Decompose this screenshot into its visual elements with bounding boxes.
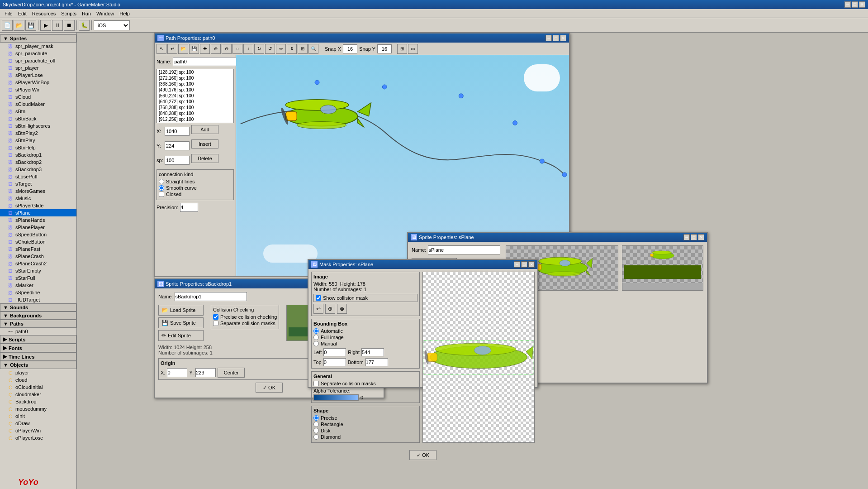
center-btn[interactable]: Center <box>218 368 245 378</box>
path-tool-delete[interactable]: ⊖ <box>222 44 232 54</box>
mask-ok-btn[interactable]: ✓ OK <box>409 450 436 460</box>
tree-spr-parachute-off[interactable]: 🖼spr_parachute_off <box>0 57 76 64</box>
tree-sChuteButton[interactable]: 🖼sChuteButton <box>0 238 76 245</box>
point-5[interactable]: [640,272] sp: 100 <box>157 99 233 105</box>
section-backgrounds[interactable]: ▼Backgrounds <box>0 312 76 320</box>
separate-masks-check[interactable] <box>313 381 319 386</box>
path-tool-flip-v[interactable]: ↕ <box>243 44 253 54</box>
tree-sPlayerLose[interactable]: 🖼sPlayerLose <box>0 72 76 79</box>
tree-sPlaneCrash[interactable]: 🖼sPlaneCrash <box>0 253 76 260</box>
tree-player[interactable]: ⬡player <box>0 369 76 376</box>
path-tool-save[interactable]: 💾 <box>189 44 199 54</box>
alpha-slider[interactable] <box>313 394 359 401</box>
shape-precise-radio[interactable] <box>313 415 319 421</box>
show-mask-check[interactable] <box>316 295 321 301</box>
separate-check[interactable] <box>213 321 218 326</box>
path-tool-scale-h[interactable]: ⇔ <box>276 44 286 54</box>
tree-Backdrop[interactable]: ⬡Backdrop <box>0 398 76 405</box>
path-titlebar[interactable]: 〰 Path Properties: path0 ─ □ ✕ <box>155 34 569 43</box>
toolbar-stop[interactable]: ⏹ <box>64 20 75 31</box>
tree-cloudmaker[interactable]: ⬡cloudmaker <box>0 391 76 398</box>
mask-tool-1[interactable]: ↩ <box>313 304 323 314</box>
closed-checkbox[interactable] <box>159 192 164 197</box>
tree-sCloudMaker[interactable]: 🖼sCloudMaker <box>0 101 76 108</box>
tree-sPlayerWin[interactable]: 🖼sPlayerWin <box>0 86 76 93</box>
path-tool-rot-cw[interactable]: ↻ <box>254 44 264 54</box>
path-tool-arrow[interactable]: ↩ <box>167 44 177 54</box>
toolbar-play[interactable]: ▶ <box>40 20 51 31</box>
tree-sMusic[interactable]: 🖼sMusic <box>0 195 76 202</box>
sprite-plane-titlebar[interactable]: 🖼 Sprite Properties: sPlane ─ □ ✕ <box>408 233 707 242</box>
toolbar-new[interactable]: 📄 <box>2 20 13 31</box>
scrollbar-bottom[interactable] <box>622 283 703 290</box>
tree-sBtnHighscores[interactable]: 🖼sBtnHighscores <box>0 122 76 129</box>
tree-sPlaneFast[interactable]: 🖼sPlaneFast <box>0 245 76 253</box>
tree-sBtnHelp[interactable]: 🖼sBtnHelp <box>0 144 76 151</box>
tree-sStarFull[interactable]: 🖼sStarFull <box>0 274 76 282</box>
path-minimize[interactable]: ─ <box>545 35 552 41</box>
add-point-btn[interactable]: Add <box>191 125 218 134</box>
path-tool-rot-ccw[interactable]: ↺ <box>265 44 275 54</box>
tree-sStarEmpty[interactable]: 🖼sStarEmpty <box>0 267 76 274</box>
edit-sprite-btn[interactable]: ✏ Edit Sprite <box>158 330 204 341</box>
tree-oInit[interactable]: ⬡oInit <box>0 412 76 420</box>
tree-HUDTarget[interactable]: 🖼HUDTarget <box>0 296 76 303</box>
tree-sBtnBack[interactable]: 🖼sBtnBack <box>0 115 76 122</box>
point-6[interactable]: [768,288] sp: 100 <box>157 105 233 110</box>
path-close[interactable]: ✕ <box>560 35 566 41</box>
point-0[interactable]: [128,192] sp: 100 <box>157 69 233 75</box>
tree-sPlaneHands[interactable]: 🖼sPlaneHands <box>0 216 76 224</box>
point-2[interactable]: [368,160] sp: 100 <box>157 81 233 87</box>
tree-sMoreGames[interactable]: 🖼sMoreGames <box>0 187 76 195</box>
tree-spr-player[interactable]: 🖼spr_player <box>0 64 76 72</box>
tree-sSpeedButton[interactable]: 🖼sSpeedButton <box>0 231 76 238</box>
tree-sBackdrop1[interactable]: 🖼sBackdrop1 <box>0 151 76 158</box>
mask-minimize[interactable]: ─ <box>514 261 520 268</box>
menu-scripts[interactable]: Scripts <box>58 10 79 17</box>
origin-y-input[interactable] <box>195 368 216 377</box>
sprite-backdrop-name-input[interactable] <box>175 292 247 301</box>
bbox-left-input[interactable] <box>323 348 346 356</box>
menu-run[interactable]: Run <box>79 10 94 17</box>
path-tool-view[interactable]: 🔍 <box>308 44 318 54</box>
tree-oDraw[interactable]: ⬡oDraw <box>0 420 76 427</box>
section-fonts[interactable]: ▶Fonts <box>0 344 76 352</box>
snap-x-input[interactable] <box>343 44 357 53</box>
load-sprite-btn[interactable]: 📂 Load Sprite <box>158 305 204 316</box>
section-paths[interactable]: ▼Paths <box>0 320 76 328</box>
path-maximize[interactable]: □ <box>553 35 559 41</box>
bbox-right-input[interactable] <box>361 348 384 356</box>
mask-tool-3[interactable]: ⊗ <box>337 304 347 314</box>
tree-sSpeedline[interactable]: 🖼sSpeedline <box>0 289 76 296</box>
point-3[interactable]: [490,176] sp: 100 <box>157 87 233 93</box>
section-objects[interactable]: ▼Objects <box>0 361 76 369</box>
shape-rectangle-radio[interactable] <box>313 422 319 427</box>
menu-file[interactable]: File <box>2 10 15 17</box>
path-name-input[interactable] <box>173 57 238 66</box>
bbox-top-input[interactable] <box>323 358 346 366</box>
sp-input[interactable] <box>165 156 190 165</box>
section-sprites[interactable]: ▼Sprites <box>0 34 76 43</box>
sprite-plane-minimize[interactable]: ─ <box>683 234 690 240</box>
menu-help[interactable]: Help <box>117 10 133 17</box>
sprite-backdrop-ok-btn[interactable]: ✓ OK <box>256 383 283 393</box>
tree-mousedummy[interactable]: ⬡mousedummy <box>0 405 76 412</box>
sprite-plane-name-input[interactable] <box>428 245 500 254</box>
path-tool-center[interactable]: ⊞ <box>298 44 308 54</box>
section-sounds[interactable]: ▼Sounds <box>0 303 76 312</box>
path-tool-open[interactable]: 📂 <box>178 44 188 54</box>
sprite-plane-close[interactable]: ✕ <box>698 234 704 240</box>
precise-check[interactable] <box>213 314 218 320</box>
origin-x-input[interactable] <box>167 368 187 377</box>
sprite-plane-maximize[interactable]: □ <box>691 234 697 240</box>
toolbar-open[interactable]: 📂 <box>14 20 24 31</box>
bbox-full-radio[interactable] <box>313 335 319 340</box>
tree-sPlayerWinBop[interactable]: 🖼sPlayerWinBop <box>0 79 76 86</box>
target-platform-select[interactable]: iOS Windows Android <box>94 20 130 30</box>
path-tool-scale-v[interactable]: ⇕ <box>287 44 297 54</box>
shape-diamond-radio[interactable] <box>313 434 319 440</box>
path-tool-room[interactable]: ▭ <box>408 44 418 54</box>
section-timelines[interactable]: ▶Time Lines <box>0 352 76 361</box>
tree-oPlayerLose[interactable]: ⬡oPlayerLose <box>0 434 76 441</box>
point-7[interactable]: [848,288] sp: 100 <box>157 110 233 116</box>
